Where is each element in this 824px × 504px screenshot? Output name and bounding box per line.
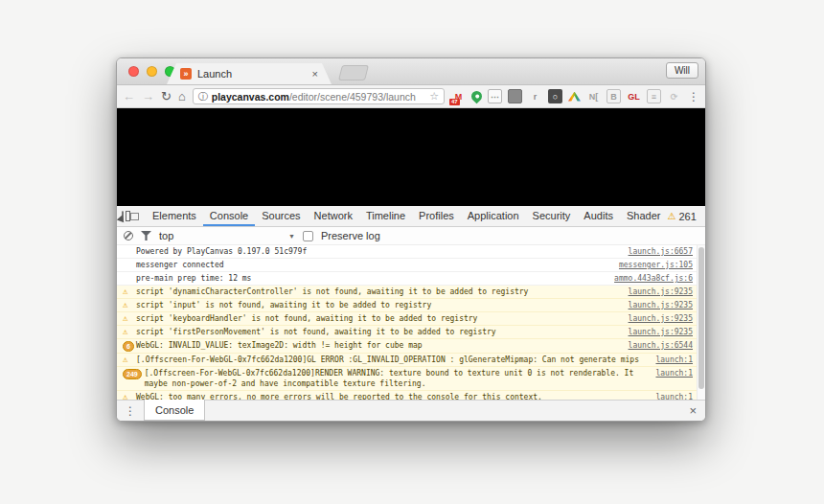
pin-extension-icon[interactable] [469,89,485,104]
repeat-count-badge: 6 [123,341,134,352]
source-link[interactable]: launch.js:9235 [629,313,693,324]
devtools-tabbar-tabs: ElementsConsoleSourcesNetworkTimelinePro… [146,206,667,226]
source-link[interactable]: launch.js:9235 [629,286,693,297]
message-text: [.Offscreen-For-WebGL-0x7fc662da1200]REN… [145,368,649,389]
source-link[interactable]: ammo.443a8cf.js:6 [614,273,693,284]
console-message-row: ⚠[.Offscreen-For-WebGL-0x7fc662da1200]GL… [117,354,697,367]
devtools-drawer: ⋮ Console × [117,400,705,421]
playcanvas-favicon-icon: » [180,68,192,80]
warning-triangle-icon: ⚠ [667,212,675,221]
source-link[interactable]: launch.js:6544 [629,340,693,351]
n-extension-icon[interactable]: N[ [586,89,601,103]
warning-counter[interactable]: ⚠ 261 [667,211,696,222]
tab-sources[interactable]: Sources [255,206,307,224]
gl-extension-icon[interactable]: GL [627,89,641,103]
source-link[interactable]: messenger.js:105 [619,260,693,270]
drawer-tab-console[interactable]: Console [144,400,205,421]
tab-title: Launch [197,68,307,80]
forward-icon[interactable]: → [142,90,154,103]
profile-button[interactable]: Will [666,62,698,79]
clear-console-icon[interactable] [124,231,133,241]
message-text: Powered by PlayCanvas 0.197.0 51c979f [136,246,621,257]
devtools-tabbar: ElementsConsoleSourcesNetworkTimelinePro… [117,206,705,227]
message-text: WebGL: INVALID_VALUE: texImage2D: width … [136,340,621,351]
warning-icon: ⚠ [123,286,127,297]
message-text: script 'input' is not found, awaiting it… [136,300,621,310]
warning-icon: ⚠ [123,355,127,365]
reload-icon[interactable]: ↻ [161,90,172,103]
book-extension-icon[interactable] [508,89,522,103]
source-link[interactable]: launch.js:6657 [629,246,693,257]
console-messages: Powered by PlayCanvas 0.197.0 51c979flau… [117,245,705,400]
console-message-row: ⚠WebGL: too many errors, no more errors … [117,391,697,400]
rainbow-chevron-extension-icon[interactable] [568,92,581,102]
scrollbar-thumb[interactable] [698,247,704,389]
message-text: script 'firstPersonMovement' is not foun… [136,327,621,337]
record-extension-icon[interactable]: ○ [548,89,562,103]
traffic-lights [128,66,175,77]
message-text: script 'keyboardHandler' is not found, a… [136,313,621,324]
browser-tab-launch[interactable]: » Launch × [167,63,332,84]
r-extension-icon[interactable]: r [528,89,542,103]
titlebar: » Launch × Will [117,58,705,85]
drawer-menu-icon[interactable]: ⋮ [117,401,144,421]
source-link[interactable]: launch:1 [655,355,693,365]
tab-profiles[interactable]: Profiles [412,206,461,224]
console-message-row: ⚠script 'input' is not found, awaiting i… [117,299,697,312]
source-link[interactable]: launch.js:9235 [629,300,693,310]
warning-icon: ⚠ [123,313,127,324]
address-bar[interactable]: ⓘ playcanvas.com/editor/scene/459793/lau… [193,88,445,104]
card-extension-icon[interactable]: ⋯ [488,89,502,103]
tab-shader-editor[interactable]: Shader Editor [620,206,667,224]
console-message-list: Powered by PlayCanvas 0.197.0 51c979flau… [117,245,705,400]
console-message-row: 6WebGL: INVALID_VALUE: texImage2D: width… [117,339,697,354]
page-viewport[interactable] [117,108,705,206]
minimize-window-button[interactable] [147,66,157,77]
drawer-close-icon[interactable]: × [680,401,705,421]
tab-application[interactable]: Application [461,206,526,224]
console-toolbar: top ▼ Preserve log [117,227,705,245]
console-message-row: 249[.Offscreen-For-WebGL-0x7fc662da1200]… [117,367,697,391]
preserve-log-label: Preserve log [321,230,380,241]
inspect-element-icon[interactable] [122,211,124,221]
tab-network[interactable]: Network [308,206,359,224]
tab-timeline[interactable]: Timeline [359,206,412,224]
execution-context-selector[interactable]: top ▼ [159,230,295,241]
console-scrollbar[interactable] [697,245,705,400]
home-icon[interactable]: ⌂ [178,90,186,103]
console-message-row: Powered by PlayCanvas 0.197.0 51c979flau… [117,245,697,259]
console-message-row: pre-main prep time: 12 msammo.443a8cf.js… [117,272,697,286]
tab-security[interactable]: Security [526,206,578,224]
bookmark-star-icon[interactable]: ☆ [429,90,439,103]
mail-extension-icon[interactable]: M47 [451,89,466,103]
warning-icon: ⚠ [123,300,127,310]
preserve-log-checkbox[interactable] [303,231,313,241]
source-link[interactable]: launch.js:9235 [629,327,693,337]
extension-badge: 47 [449,99,460,105]
message-text: script 'dynamicCharacterController' is n… [136,286,621,297]
console-message-row: ⚠script 'firstPersonMovement' is not fou… [117,326,697,339]
new-tab-button[interactable] [338,65,369,80]
warning-icon: ⚠ [123,392,127,400]
source-link[interactable]: launch:1 [655,392,693,400]
back-icon[interactable]: ← [123,90,135,103]
warning-icon: ⚠ [123,327,127,337]
tab-elements[interactable]: Elements [146,206,203,224]
console-message-row: messenger connectedmessenger.js:105 [117,259,697,272]
browser-toolbar: ← → ↻ ⌂ ⓘ playcanvas.com/editor/scene/45… [117,85,705,108]
message-text: WebGL: too many errors, no more errors w… [136,392,648,400]
refresh-extension-icon[interactable]: ⟳ [667,89,681,103]
close-window-button[interactable] [128,66,139,77]
b-extension-icon[interactable]: B [607,89,621,103]
browser-menu-icon[interactable]: ⋮ [688,90,699,103]
list-extension-icon[interactable]: ≡ [647,89,661,103]
message-text: pre-main prep time: 12 ms [136,273,607,284]
filter-icon[interactable] [141,231,151,241]
tab-close-icon[interactable]: × [312,69,318,80]
source-link[interactable]: launch:1 [655,368,693,378]
repeat-count-badge: 249 [123,369,142,379]
tab-console[interactable]: Console [203,206,255,226]
page-info-icon[interactable]: ⓘ [198,90,208,103]
tab-audits[interactable]: Audits [577,206,620,224]
url-text: playcanvas.com/editor/scene/459793/launc… [212,91,416,103]
